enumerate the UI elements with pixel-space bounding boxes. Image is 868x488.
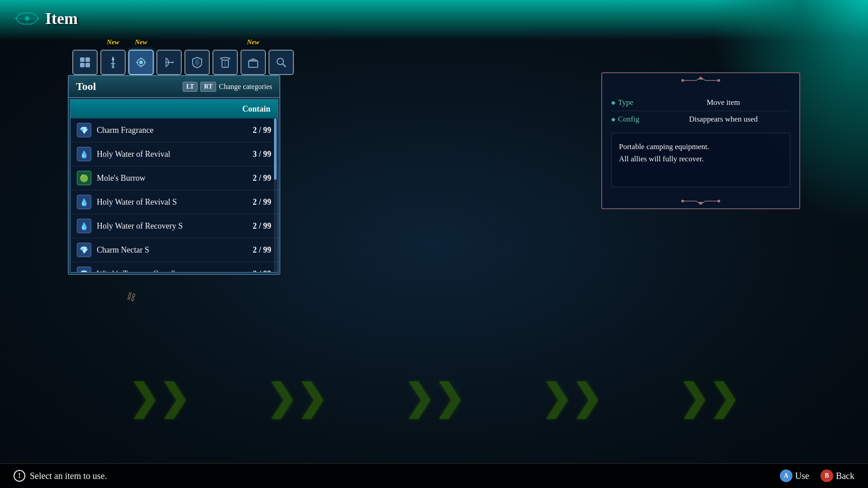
item-icon-holy-water-revival: 💧 — [77, 147, 91, 161]
item-count: 2 / 99 — [253, 221, 271, 231]
tab-sword[interactable]: New — [100, 50, 126, 75]
item-count: 2 / 99 — [253, 245, 271, 255]
item-name: Holy Water of Recovery S — [97, 221, 253, 231]
tab-box-new-badge: New — [247, 38, 259, 46]
panels-row: Tool LT RT Change categories Contain 💎 — [68, 75, 800, 275]
tab-tool[interactable]: New — [128, 50, 154, 75]
btn-a-icon: A — [780, 469, 793, 482]
info-panel-inner: ◆ Type Move item ◆ Config Disappears whe… — [602, 88, 799, 193]
info-config-row: ◆ Config Disappears when used — [611, 111, 790, 127]
svg-point-27 — [717, 79, 720, 82]
item-name: Charm Nectar S — [97, 245, 253, 255]
item-icon-charm-nectar-s: 💎 — [77, 243, 91, 257]
tab-sword-new-badge: New — [107, 38, 119, 46]
info-panel: ◆ Type Move item ◆ Config Disappears whe… — [601, 72, 800, 209]
tab-box[interactable]: New — [241, 50, 266, 75]
list-item[interactable]: 💧 Holy Water of Revival S 2 / 99 — [71, 190, 278, 214]
item-icon-charm-fragrance: 💎 — [77, 123, 91, 137]
item-name: Mole's Burrow — [97, 174, 253, 183]
tab-shield[interactable] — [184, 50, 210, 75]
use-action[interactable]: A Use — [780, 469, 809, 482]
item-name: Witch's Treasure Cure S — [97, 269, 253, 272]
item-count: 3 / 99 — [253, 150, 271, 159]
panel-top-ornament — [602, 73, 799, 88]
list-item[interactable]: 💎 Charm Fragrance 2 / 99 — [71, 118, 278, 142]
main-content: New New — [68, 50, 800, 459]
list-item[interactable]: 💎 Charm Nectar S 2 / 99 — [71, 238, 278, 262]
svg-rect-3 — [80, 63, 85, 67]
title-bar: Item — [14, 9, 78, 28]
btn-b-icon: B — [821, 469, 833, 482]
item-count: 2 / 99 — [253, 174, 271, 183]
svg-point-23 — [277, 58, 283, 65]
svg-rect-20 — [249, 61, 258, 67]
scrollbar[interactable] — [274, 118, 277, 272]
page-title: Item — [45, 9, 78, 28]
item-icon-moles-burrow: 🟢 — [77, 171, 91, 185]
info-config-value: Disappears when used — [656, 115, 790, 124]
tab-all[interactable] — [72, 50, 98, 75]
tab-tool-new-badge: New — [135, 38, 147, 46]
panel-bottom-ornament — [602, 193, 799, 208]
info-type-value: Move item — [656, 98, 790, 107]
item-icon-witchs-treasure-cure-s: 💎 — [77, 267, 91, 272]
item-count: 2 / 99 — [253, 197, 271, 207]
item-name: Holy Water of Revival — [97, 150, 253, 159]
tab-bow-icon[interactable] — [156, 50, 182, 75]
title-ornament-icon — [14, 9, 41, 28]
svg-marker-17 — [172, 61, 174, 63]
list-item[interactable]: 💧 Holy Water of Recovery S 2 / 99 — [71, 214, 278, 238]
info-type-row: ◆ Type Move item — [611, 94, 790, 111]
tab-tool-icon[interactable] — [128, 50, 154, 75]
item-name: Charm Fragrance — [97, 126, 253, 135]
list-item[interactable]: 💎 Witch's Treasure Cure S 2 / 99 — [71, 262, 278, 272]
list-scroll-wrapper[interactable]: 💎 Charm Fragrance 2 / 99 💧 Holy Water of… — [71, 118, 278, 272]
svg-point-26 — [681, 79, 684, 82]
scroll-thumb[interactable] — [274, 118, 277, 180]
item-name: Holy Water of Revival S — [97, 197, 253, 207]
left-panel: Tool LT RT Change categories Contain 💎 — [68, 75, 280, 275]
tab-bow[interactable] — [156, 50, 182, 75]
bottom-bar: ! Select an item to use. A Use B Back — [0, 463, 868, 488]
tab-search[interactable] — [269, 50, 294, 75]
tab-search-icon[interactable] — [269, 50, 294, 75]
tab-sword-icon[interactable] — [100, 50, 126, 75]
svg-point-8 — [112, 66, 114, 68]
back-action[interactable]: B Back — [821, 469, 854, 482]
hint-info-icon: ! — [14, 470, 25, 482]
bottom-actions: A Use B Back — [780, 469, 854, 482]
panel-header: Tool LT RT Change categories — [69, 76, 279, 98]
back-label: Back — [836, 471, 854, 481]
list-item[interactable]: 🟢 Mole's Burrow 2 / 99 — [71, 166, 278, 190]
svg-point-10 — [139, 61, 143, 64]
list-item[interactable]: 💧 Holy Water of Revival 3 / 99 — [71, 142, 278, 166]
tab-armor-icon[interactable] — [212, 50, 238, 75]
svg-rect-4 — [85, 63, 90, 67]
tab-shield-icon[interactable] — [184, 50, 210, 75]
svg-point-29 — [681, 200, 684, 202]
item-count: 2 / 99 — [253, 126, 271, 135]
svg-marker-25 — [698, 76, 703, 80]
info-config-label: ◆ Config — [611, 115, 647, 124]
svg-marker-28 — [698, 202, 703, 205]
tab-all-icon[interactable] — [72, 50, 98, 75]
info-type-label: ◆ Type — [611, 98, 647, 107]
tab-box-icon[interactable] — [241, 50, 266, 75]
item-panel: Tool LT RT Change categories Contain 💎 — [68, 75, 280, 275]
bottom-hint: ! Select an item to use. — [14, 470, 107, 482]
change-categories-label: Change categories — [219, 83, 272, 91]
chain-decoration-icon: ⛓ — [125, 291, 137, 303]
tab-armor[interactable] — [212, 50, 238, 75]
item-list-container: Contain 💎 Charm Fragrance 2 / 99 💧 Holy … — [70, 99, 278, 273]
item-icon-holy-water-recovery-s: 💧 — [77, 219, 91, 233]
svg-point-30 — [717, 200, 720, 202]
panel-title: Tool — [76, 80, 96, 93]
svg-rect-1 — [80, 57, 85, 62]
category-tabs: New New — [68, 50, 800, 75]
category-change: LT RT Change categories — [183, 82, 272, 92]
lt-key-badge: LT — [183, 82, 198, 92]
info-description-text: Portable camping equipment.All allies wi… — [619, 141, 783, 165]
svg-line-24 — [283, 64, 286, 67]
rt-key-badge: RT — [200, 82, 216, 92]
use-label: Use — [795, 471, 809, 481]
